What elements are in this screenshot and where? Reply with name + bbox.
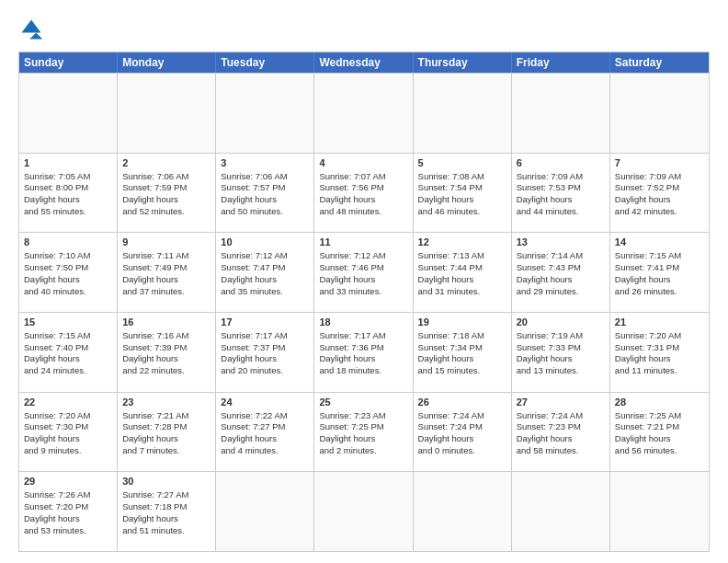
- calendar-header-cell: Tuesday: [216, 52, 314, 73]
- calendar-row: 15Sunrise: 7:15 AMSunset: 7:40 PMDayligh…: [19, 312, 709, 392]
- calendar-cell: 14Sunrise: 7:15 AMSunset: 7:41 PMDayligh…: [610, 233, 709, 312]
- day-number: 16: [122, 316, 210, 329]
- calendar-cell: [414, 472, 512, 551]
- calendar-header-row: SundayMondayTuesdayWednesdayThursdayFrid…: [19, 52, 709, 73]
- day-number: 20: [517, 316, 605, 329]
- calendar-cell: 10Sunrise: 7:12 AMSunset: 7:47 PMDayligh…: [216, 233, 314, 312]
- calendar-cell: 9Sunrise: 7:11 AMSunset: 7:49 PMDaylight…: [118, 233, 216, 312]
- calendar-cell: 15Sunrise: 7:15 AMSunset: 7:40 PMDayligh…: [19, 313, 118, 392]
- calendar-cell: 23Sunrise: 7:21 AMSunset: 7:28 PMDayligh…: [118, 393, 216, 472]
- day-number: 15: [24, 316, 112, 329]
- day-number: 18: [319, 316, 407, 329]
- calendar-cell: 8Sunrise: 7:10 AMSunset: 7:50 PMDaylight…: [19, 233, 118, 312]
- day-number: 30: [122, 475, 210, 488]
- day-number: 8: [24, 236, 112, 249]
- day-number: 26: [418, 396, 506, 409]
- calendar-cell: [19, 74, 118, 153]
- calendar-body: 1Sunrise: 7:05 AMSunset: 8:00 PMDaylight…: [19, 73, 709, 551]
- day-number: 12: [418, 236, 506, 249]
- calendar-row: 29Sunrise: 7:26 AMSunset: 7:20 PMDayligh…: [19, 471, 709, 551]
- calendar-cell: 25Sunrise: 7:23 AMSunset: 7:25 PMDayligh…: [314, 393, 413, 472]
- logo-icon: [18, 17, 44, 42]
- logo: [18, 17, 48, 42]
- day-number: 21: [615, 316, 704, 329]
- calendar-cell: [512, 472, 610, 551]
- calendar-cell: 16Sunrise: 7:16 AMSunset: 7:39 PMDayligh…: [118, 313, 216, 392]
- calendar-cell: 2Sunrise: 7:06 AMSunset: 7:59 PMDaylight…: [118, 154, 216, 233]
- calendar-cell: 28Sunrise: 7:25 AMSunset: 7:21 PMDayligh…: [610, 393, 709, 472]
- day-number: 10: [221, 236, 309, 249]
- calendar-cell: 5Sunrise: 7:08 AMSunset: 7:54 PMDaylight…: [414, 154, 512, 233]
- day-number: 27: [517, 396, 605, 409]
- svg-marker-1: [29, 33, 42, 40]
- calendar-header-cell: Sunday: [19, 52, 118, 73]
- calendar-cell: 17Sunrise: 7:17 AMSunset: 7:37 PMDayligh…: [216, 313, 314, 392]
- day-number: 25: [319, 396, 407, 409]
- calendar-cell: [314, 472, 413, 551]
- calendar-header-cell: Monday: [118, 52, 216, 73]
- calendar-cell: 3Sunrise: 7:06 AMSunset: 7:57 PMDaylight…: [216, 154, 314, 233]
- day-number: 13: [517, 236, 605, 249]
- calendar-cell: 19Sunrise: 7:18 AMSunset: 7:34 PMDayligh…: [414, 313, 512, 392]
- calendar-header-cell: Friday: [512, 52, 610, 73]
- calendar: SundayMondayTuesdayWednesdayThursdayFrid…: [18, 52, 710, 552]
- calendar-cell: [216, 74, 314, 153]
- day-number: 7: [615, 156, 704, 170]
- calendar-cell: 30Sunrise: 7:27 AMSunset: 7:18 PMDayligh…: [118, 472, 216, 551]
- calendar-cell: [118, 74, 216, 153]
- day-number: 1: [24, 156, 112, 170]
- day-number: 14: [615, 236, 704, 249]
- calendar-header-cell: Wednesday: [314, 52, 413, 73]
- calendar-cell: 24Sunrise: 7:22 AMSunset: 7:27 PMDayligh…: [216, 393, 314, 472]
- calendar-row: 22Sunrise: 7:20 AMSunset: 7:30 PMDayligh…: [19, 392, 709, 472]
- calendar-cell: 1Sunrise: 7:05 AMSunset: 8:00 PMDaylight…: [19, 154, 118, 233]
- calendar-cell: [314, 74, 413, 153]
- page: SundayMondayTuesdayWednesdayThursdayFrid…: [0, 0, 728, 563]
- calendar-cell: 21Sunrise: 7:20 AMSunset: 7:31 PMDayligh…: [610, 313, 709, 392]
- day-number: 28: [615, 396, 704, 409]
- day-number: 22: [24, 396, 112, 409]
- day-number: 17: [221, 316, 309, 329]
- calendar-cell: 29Sunrise: 7:26 AMSunset: 7:20 PMDayligh…: [19, 472, 118, 551]
- calendar-cell: 26Sunrise: 7:24 AMSunset: 7:24 PMDayligh…: [414, 393, 512, 472]
- day-number: 4: [319, 156, 407, 170]
- day-number: 6: [517, 156, 605, 170]
- calendar-cell: 4Sunrise: 7:07 AMSunset: 7:56 PMDaylight…: [314, 154, 413, 233]
- calendar-cell: [610, 472, 709, 551]
- header: [18, 17, 710, 42]
- calendar-cell: 20Sunrise: 7:19 AMSunset: 7:33 PMDayligh…: [512, 313, 610, 392]
- calendar-cell: 18Sunrise: 7:17 AMSunset: 7:36 PMDayligh…: [314, 313, 413, 392]
- svg-marker-0: [22, 20, 41, 33]
- calendar-cell: [414, 74, 512, 153]
- calendar-row: 1Sunrise: 7:05 AMSunset: 8:00 PMDaylight…: [19, 153, 709, 233]
- calendar-cell: 27Sunrise: 7:24 AMSunset: 7:23 PMDayligh…: [512, 393, 610, 472]
- calendar-cell: 6Sunrise: 7:09 AMSunset: 7:53 PMDaylight…: [512, 154, 610, 233]
- day-number: 5: [418, 156, 506, 170]
- day-number: 3: [221, 156, 309, 170]
- day-number: 9: [122, 236, 210, 249]
- day-number: 19: [418, 316, 506, 329]
- calendar-cell: [512, 74, 610, 153]
- calendar-header-cell: Saturday: [610, 52, 709, 73]
- calendar-row: 8Sunrise: 7:10 AMSunset: 7:50 PMDaylight…: [19, 232, 709, 312]
- calendar-cell: 7Sunrise: 7:09 AMSunset: 7:52 PMDaylight…: [610, 154, 709, 233]
- calendar-cell: 12Sunrise: 7:13 AMSunset: 7:44 PMDayligh…: [414, 233, 512, 312]
- day-number: 11: [319, 236, 407, 249]
- calendar-header-cell: Thursday: [414, 52, 512, 73]
- calendar-cell: 22Sunrise: 7:20 AMSunset: 7:30 PMDayligh…: [19, 393, 118, 472]
- calendar-cell: [216, 472, 314, 551]
- calendar-row: [19, 73, 709, 153]
- day-number: 24: [221, 396, 309, 409]
- calendar-cell: 13Sunrise: 7:14 AMSunset: 7:43 PMDayligh…: [512, 233, 610, 312]
- calendar-cell: 11Sunrise: 7:12 AMSunset: 7:46 PMDayligh…: [314, 233, 413, 312]
- day-number: 2: [122, 156, 210, 170]
- calendar-cell: [610, 74, 709, 153]
- day-number: 29: [24, 475, 112, 488]
- day-number: 23: [122, 396, 210, 409]
